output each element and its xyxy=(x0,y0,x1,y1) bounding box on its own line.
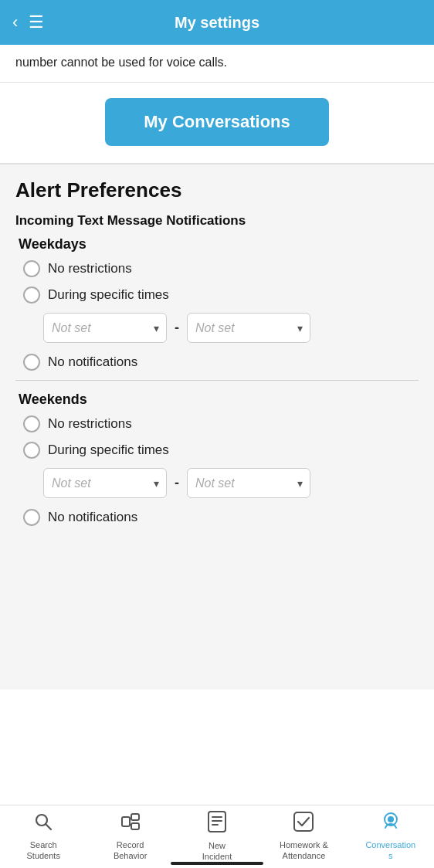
radio-weekdays-specific-times[interactable] xyxy=(23,287,40,303)
svg-rect-3 xyxy=(131,814,139,820)
weekdays-no-notifications[interactable]: No notifications xyxy=(23,354,419,371)
bottom-nav: SearchStudents RecordBehavior NewInciden… xyxy=(0,805,434,868)
weekdays-specific-times-label: During specific times xyxy=(48,287,169,303)
menu-button[interactable]: ☰ xyxy=(29,12,44,32)
weekends-to-wrapper: Not set xyxy=(187,468,310,498)
svg-rect-9 xyxy=(294,812,313,831)
weekends-section: Weekends No restrictions During specific… xyxy=(15,392,419,526)
radio-weekends-no-restrictions[interactable] xyxy=(23,415,40,432)
nav-record-behavior[interactable]: RecordBehavior xyxy=(86,805,173,860)
nav-new-incident[interactable]: NewIncident xyxy=(174,805,260,860)
weekdays-to-select[interactable]: Not set xyxy=(187,313,310,343)
weekdays-label: Weekdays xyxy=(19,236,419,253)
record-behavior-icon xyxy=(119,811,142,838)
nav-conversations[interactable]: Conversations xyxy=(348,805,434,860)
weekdays-no-notifications-label: No notifications xyxy=(48,354,137,370)
svg-rect-4 xyxy=(131,823,139,829)
svg-rect-2 xyxy=(122,817,130,826)
radio-weekends-specific-times[interactable] xyxy=(23,442,40,459)
weekends-no-restrictions-label: No restrictions xyxy=(48,416,132,432)
weekdays-no-restrictions-label: No restrictions xyxy=(48,261,132,276)
weekends-to-select[interactable]: Not set xyxy=(187,468,310,498)
alert-preferences-section: Alert Preferences Incoming Text Message … xyxy=(0,164,434,690)
section-divider xyxy=(15,380,419,381)
weekends-no-restrictions[interactable]: No restrictions xyxy=(23,415,419,432)
radio-weekdays-no-restrictions[interactable] xyxy=(23,260,40,277)
weekdays-from-select[interactable]: Not set xyxy=(43,313,167,343)
weekdays-to-wrapper: Not set xyxy=(187,313,310,343)
alert-preferences-title: Alert Preferences xyxy=(15,178,419,202)
conversations-icon xyxy=(379,811,402,838)
weekends-no-notifications-label: No notifications xyxy=(48,510,137,525)
weekends-time-range: Not set - Not set xyxy=(43,468,419,498)
weekends-specific-times[interactable]: During specific times xyxy=(23,442,419,459)
back-button[interactable]: ‹ xyxy=(12,12,18,32)
app-header: ‹ ☰ My settings xyxy=(0,0,434,45)
weekends-specific-times-label: During specific times xyxy=(48,442,169,458)
page-title: My settings xyxy=(175,14,259,32)
nav-homework-attendance[interactable]: Homework &Attendance xyxy=(260,805,347,860)
nav-record-behavior-label: RecordBehavior xyxy=(114,840,147,860)
homework-attendance-icon xyxy=(293,811,314,838)
weekdays-no-restrictions[interactable]: No restrictions xyxy=(23,260,419,277)
weekdays-from-wrapper: Not set xyxy=(43,313,167,343)
weekends-no-notifications[interactable]: No notifications xyxy=(23,509,419,526)
svg-line-1 xyxy=(46,824,51,829)
svg-point-11 xyxy=(388,816,394,822)
my-conversations-button[interactable]: My Conversations xyxy=(105,98,329,146)
weekdays-section: Weekdays No restrictions During specific… xyxy=(15,236,419,371)
weekdays-dash: - xyxy=(175,320,179,336)
nav-homework-attendance-label: Homework &Attendance xyxy=(280,840,328,860)
my-conversations-section: My Conversations xyxy=(0,83,434,164)
weekdays-specific-times[interactable]: During specific times xyxy=(23,287,419,303)
radio-weekends-no-notifications[interactable] xyxy=(23,509,40,526)
home-indicator xyxy=(171,862,263,865)
new-incident-icon xyxy=(207,810,227,839)
nav-search-students[interactable]: SearchStudents xyxy=(0,805,86,860)
nav-new-incident-label: NewIncident xyxy=(202,841,232,861)
nav-conversations-label: Conversations xyxy=(365,840,415,860)
weekends-dash: - xyxy=(175,475,179,491)
search-students-icon xyxy=(32,811,54,838)
incoming-text-title: Incoming Text Message Notifications xyxy=(15,213,419,229)
radio-weekdays-no-notifications[interactable] xyxy=(23,354,40,371)
nav-search-students-label: SearchStudents xyxy=(26,840,59,860)
weekdays-time-range: Not set - Not set xyxy=(43,313,419,343)
notice-text: number cannot be used for voice calls. xyxy=(0,45,434,83)
main-content: number cannot be used for voice calls. M… xyxy=(0,45,434,690)
weekends-from-select[interactable]: Not set xyxy=(43,468,167,498)
weekends-from-wrapper: Not set xyxy=(43,468,167,498)
weekends-label: Weekends xyxy=(19,392,419,408)
